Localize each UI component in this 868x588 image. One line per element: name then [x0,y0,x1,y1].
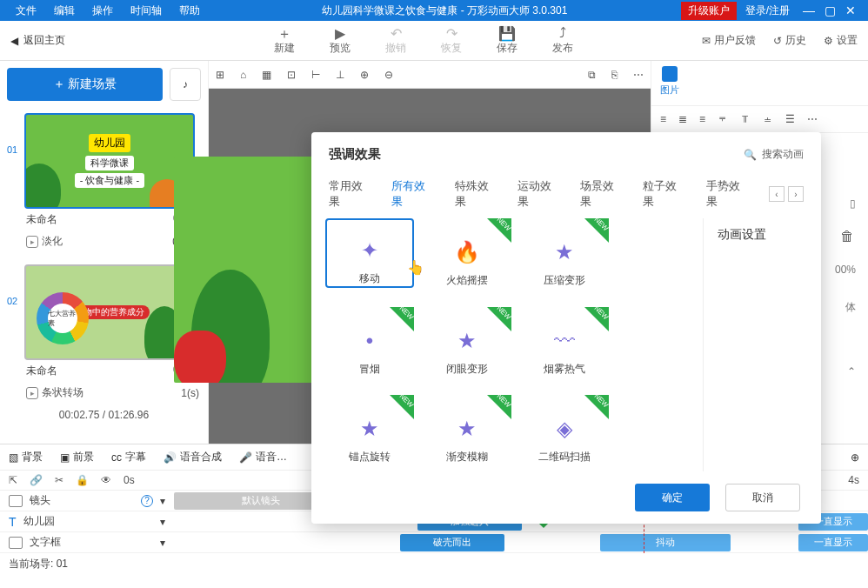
scene-item[interactable]: 01 幼儿园 科学微课 - 饮食与健康 - 未命名00:03 ▸淡化0.2(s) [7,113,201,252]
tab-subtitle[interactable]: cc字幕 [111,450,146,464]
trash-icon[interactable]: 🗑 [840,229,854,244]
align-right-icon[interactable]: ≡ [699,113,705,125]
transition-duration: 1(s) [181,387,199,399]
zoom-value: 00% [835,264,856,276]
track-textbox[interactable]: 文字框▾ 破壳而出 抖动 一直显示 [0,532,868,553]
tab-common-effects[interactable]: 常用效果 [329,178,372,210]
expand-icon[interactable]: ⇱ [9,474,17,486]
new-scene-button[interactable]: ＋ 新建场景 [7,68,163,101]
save-button[interactable]: 💾保存 [479,25,535,56]
undo-button[interactable]: ↶撤销 [368,25,424,56]
menu-file[interactable]: 文件 [7,3,45,18]
menu-timeline[interactable]: 时间轴 [122,3,170,18]
transition-name[interactable]: 条状转场 [42,386,83,398]
more-icon[interactable]: ⋯ [633,69,644,81]
tab-scene-effects[interactable]: 场景效果 [580,178,624,210]
effect-item[interactable]: 🔥火焰摇摆 [423,218,511,288]
scene-item[interactable]: 02 食物中的营养成分 七大营养素 未命名00:07 ▸条状转场1(s) [7,264,201,404]
search-animation[interactable]: 🔍搜索动画 [744,147,804,162]
tab-special-effects[interactable]: 特殊效果 [455,178,498,210]
clip-shake[interactable]: 抖动 [600,534,731,551]
tab-gesture-effects[interactable]: 手势效果 [706,178,750,210]
scene-thumbnail[interactable]: 幼儿园 科学微课 - 饮食与健康 - [24,113,195,209]
scroll-left-button[interactable]: ‹ [769,186,785,202]
clip-break[interactable]: 破壳而出 [400,534,504,551]
history-button[interactable]: ↺历史 [773,33,806,48]
help-icon[interactable]: ? [141,495,153,507]
transition-name[interactable]: 淡化 [42,235,63,247]
effect-item[interactable]: •冒烟 [325,307,414,377]
effect-item[interactable]: ★锚点旋转 [325,395,414,464]
music-button[interactable]: ♪ [170,68,201,101]
back-home-button[interactable]: ◀ 返回主页 [10,33,65,48]
scroll-right-button[interactable]: › [788,186,804,202]
paste-icon[interactable]: ⎘ [611,69,618,81]
eye-icon[interactable]: 👁 [101,474,111,486]
effect-item[interactable]: ◈二维码扫描 [520,395,609,464]
effect-item[interactable]: ★压缩变形 [520,218,609,288]
maximize-button[interactable]: ▢ [819,3,840,17]
zoomout-icon[interactable]: ⊖ [384,69,393,81]
align-v-icon[interactable]: ⊢ [311,69,320,81]
tab-all-effects[interactable]: 所有效果 [391,178,435,210]
menu-edit[interactable]: 编辑 [45,3,83,18]
effect-item[interactable]: ✦移动 [325,218,414,288]
align-top-icon[interactable]: ⫧ [718,113,728,125]
thumb-sub: 七大营养素 [48,304,77,333]
link-icon[interactable]: 🔗 [30,474,43,486]
add-track-icon[interactable]: ⊕ [851,451,859,464]
grid-icon[interactable]: ▦ [262,69,271,81]
search-icon: 🔍 [744,149,757,161]
preview-button[interactable]: ▶预览 [312,25,368,56]
tab-particle-effects[interactable]: 粒子效果 [643,178,686,210]
align-h-icon[interactable]: ⊥ [336,69,344,81]
align-middle-icon[interactable]: ⫪ [740,113,751,125]
align-center-icon[interactable]: ≣ [678,113,687,125]
clip-stay[interactable]: 一直显示 [798,534,868,551]
cc-icon: cc [111,451,122,464]
ok-button[interactable]: 确定 [635,484,710,511]
chevron-down-icon[interactable]: ▾ [160,495,165,507]
tab-image[interactable]: 图片 [660,66,679,97]
effect-item[interactable]: ★闭眼变形 [423,307,511,377]
cut-icon[interactable]: ✂ [55,474,63,486]
ruler-icon[interactable]: ⊞ [216,69,224,81]
feedback-button[interactable]: ✉用户反馈 [702,33,756,48]
effect-item[interactable]: ★渐变模糊 [423,395,511,464]
chevron-down-icon[interactable]: ▾ [160,516,165,528]
align-dist-icon[interactable]: ☰ [785,113,795,125]
publish-button[interactable]: ⤴发布 [535,25,591,56]
copy-icon[interactable]: ⧉ [588,69,596,81]
chevron-down-icon[interactable]: ▾ [160,537,165,549]
effect-label: 压缩变形 [544,273,585,288]
minimize-button[interactable]: — [798,3,819,17]
align-bottom-icon[interactable]: ⫨ [763,113,773,125]
ruler-start: 0s [124,474,135,486]
redo-button[interactable]: ↷恢复 [424,25,479,56]
upgrade-button[interactable]: 升级账户 [681,2,737,20]
placeholder-icon[interactable]: ▯ [850,197,856,210]
zoomin-icon[interactable]: ⊕ [360,69,369,81]
snap-icon[interactable]: ⊡ [287,69,296,81]
align-more-icon[interactable]: ⋯ [807,113,818,125]
tab-voice[interactable]: 🎤语音… [239,450,287,464]
settings-button[interactable]: ⚙设置 [824,33,858,48]
tab-background[interactable]: ▧背景 [9,450,43,464]
menu-action[interactable]: 操作 [83,3,122,18]
tab-foreground[interactable]: ▣前景 [60,450,94,464]
popup-title: 强调效果 [329,146,381,163]
login-button[interactable]: 登录/注册 [745,3,790,18]
scene-thumbnail[interactable]: 食物中的营养成分 七大营养素 [24,264,195,360]
tab-motion-effects[interactable]: 运动效果 [517,178,561,210]
new-button[interactable]: ＋新建 [257,25,312,56]
tab-tts[interactable]: 🔊语音合成 [164,450,222,464]
menu-help[interactable]: 帮助 [170,3,209,18]
effect-item[interactable]: 〰烟雾热气 [520,307,609,377]
effects-popup: 强调效果 🔍搜索动画 常用效果 所有效果 特殊效果 运动效果 场景效果 粒子效果… [311,132,821,524]
align-left-icon[interactable]: ≡ [660,113,666,125]
cancel-button[interactable]: 取消 [725,484,800,511]
fit-icon[interactable]: ⌂ [240,69,246,81]
close-button[interactable]: ✕ [840,3,861,17]
chevron-up-icon[interactable]: ⌃ [847,365,856,378]
lock-icon[interactable]: 🔒 [76,474,89,486]
